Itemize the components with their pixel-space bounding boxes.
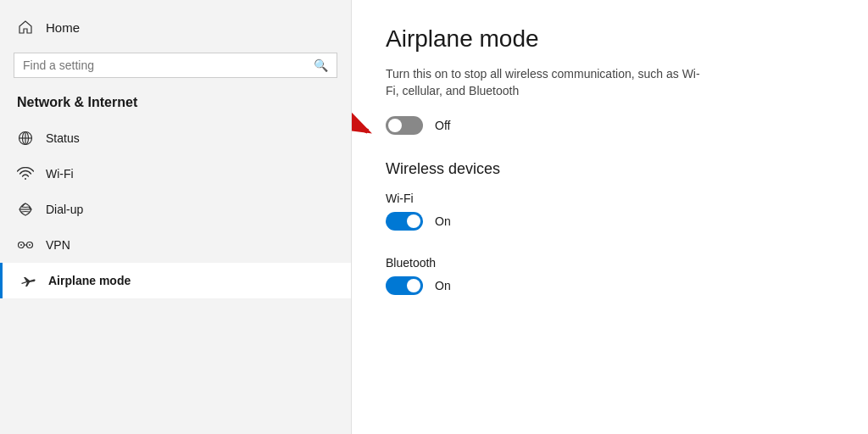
wifi-device-label: Wi-Fi <box>386 192 834 205</box>
airplane-toggle-thumb <box>388 119 402 132</box>
dialup-icon <box>17 201 34 218</box>
wifi-toggle-row: On <box>386 212 834 231</box>
search-input[interactable] <box>23 58 307 72</box>
sidebar-item-wifi[interactable]: Wi-Fi <box>0 156 351 192</box>
search-icon[interactable]: 🔍 <box>314 58 328 72</box>
airplane-toggle-track <box>386 116 423 135</box>
wifi-toggle-thumb <box>407 214 420 228</box>
sidebar-section-title: Network & Internet <box>0 88 351 120</box>
wifi-device-section: Wi-Fi On <box>386 192 834 231</box>
sidebar: Home 🔍 Network & Internet Status <box>0 0 352 434</box>
airplane-toggle-label: Off <box>435 119 450 132</box>
airplane-toggle[interactable] <box>386 116 423 135</box>
svg-point-8 <box>20 244 22 246</box>
bluetooth-toggle-track <box>386 276 423 295</box>
bluetooth-toggle[interactable] <box>386 276 423 295</box>
sidebar-item-vpn[interactable]: VPN <box>0 227 351 263</box>
main-content: Airplane mode Turn this on to stop all w… <box>352 0 868 434</box>
sidebar-item-airplane[interactable]: Airplane mode <box>0 263 351 298</box>
svg-point-9 <box>29 244 31 246</box>
wifi-toggle-label: On <box>435 214 451 228</box>
bluetooth-toggle-row: On <box>386 276 834 295</box>
search-box[interactable]: 🔍 <box>14 53 337 78</box>
page-title: Airplane mode <box>386 25 834 53</box>
wifi-toggle-track <box>386 212 423 231</box>
airplane-icon <box>19 272 36 289</box>
bluetooth-device-label: Bluetooth <box>386 256 834 270</box>
sidebar-item-label-airplane: Airplane mode <box>48 274 131 287</box>
bluetooth-toggle-label: On <box>435 279 451 292</box>
sidebar-item-status[interactable]: Status <box>0 120 351 156</box>
vpn-icon <box>17 236 34 253</box>
red-arrow-annotation <box>352 102 377 161</box>
sidebar-item-dialup[interactable]: Dial-up <box>0 192 351 227</box>
sidebar-item-label-status: Status <box>46 131 80 145</box>
sidebar-home-label: Home <box>46 20 80 35</box>
bluetooth-device-section: Bluetooth On <box>386 256 834 295</box>
bluetooth-toggle-thumb <box>407 279 420 292</box>
globe-icon <box>17 130 34 147</box>
home-icon <box>17 19 34 36</box>
wireless-section-heading: Wireless devices <box>386 160 834 178</box>
sidebar-item-label-wifi: Wi-Fi <box>46 167 74 181</box>
sidebar-item-label-vpn: VPN <box>46 238 70 252</box>
airplane-description: Turn this on to stop all wireless commun… <box>386 66 708 99</box>
sidebar-home-button[interactable]: Home <box>0 8 351 46</box>
sidebar-item-label-dialup: Dial-up <box>46 203 83 216</box>
wifi-icon <box>17 165 34 182</box>
wifi-toggle[interactable] <box>386 212 423 231</box>
airplane-toggle-row: Off <box>386 116 834 135</box>
